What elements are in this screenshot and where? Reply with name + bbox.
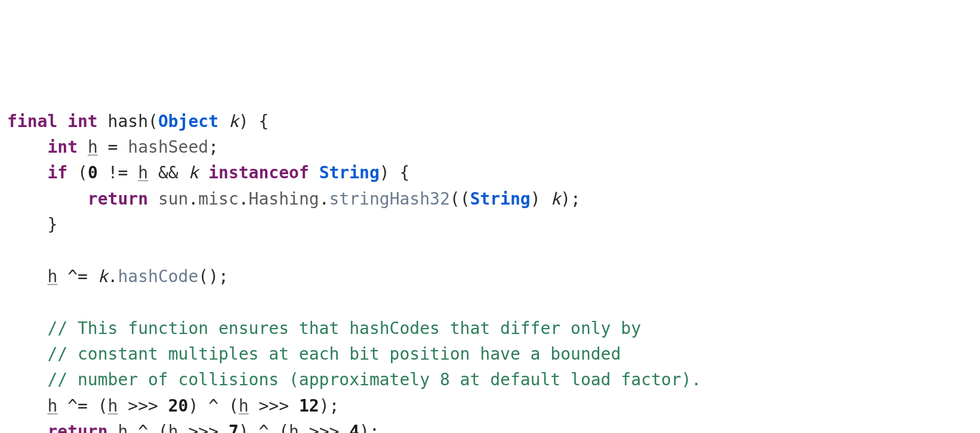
type-string: String	[319, 163, 380, 183]
op-mid: ) ^ (	[239, 422, 289, 433]
rparen-brace: ) {	[380, 163, 410, 183]
sp	[309, 163, 319, 183]
kw-return: return	[88, 189, 148, 209]
op-xor-eq: ^=	[57, 267, 97, 286]
line-3: if (0 != h && k instanceof String) {	[7, 163, 409, 183]
kw-final: final	[7, 112, 57, 131]
ident-hashseed: hashSeed	[128, 137, 208, 157]
pkg-sun: sun	[158, 189, 189, 209]
kw-int: int	[67, 112, 98, 131]
op-and: &&	[148, 163, 188, 183]
kw-if: if	[47, 163, 67, 183]
rparen-brace: ) {	[239, 112, 269, 131]
var-h: h	[108, 396, 118, 416]
op-shift: >>>	[178, 422, 229, 433]
indent	[7, 422, 47, 433]
op-mid: ^ (	[128, 422, 168, 433]
comment-3: // number of collisions (approximately 8…	[47, 370, 701, 389]
var-h: h	[88, 137, 98, 157]
method-hashcode: hashCode	[118, 267, 198, 286]
sp	[108, 422, 118, 433]
rbrace: }	[47, 215, 57, 234]
param-k: k	[229, 112, 239, 131]
code-snippet: final int hash(Object k) { int h = hashS…	[7, 109, 973, 433]
var-h: h	[239, 396, 249, 416]
indent	[7, 163, 47, 183]
var-h: h	[118, 422, 128, 433]
sp	[198, 163, 208, 183]
kw-instanceof: instanceof	[208, 163, 309, 183]
method-stringhash32: stringHash32	[329, 189, 449, 209]
dot: .	[108, 267, 118, 286]
line-12: h ^= (h >>> 20) ^ (h >>> 12);	[7, 396, 339, 416]
num-4: 4	[349, 422, 359, 433]
rparen-semi: );	[560, 189, 581, 209]
comment-1: // This function ensures that hashCodes …	[47, 318, 641, 338]
indent	[7, 396, 47, 416]
param-k: k	[550, 189, 560, 209]
dot: .	[319, 189, 329, 209]
num-12: 12	[299, 396, 319, 416]
param-k: k	[188, 163, 198, 183]
num-20: 20	[168, 396, 189, 416]
var-h: h	[47, 396, 57, 416]
cls-hashing: Hashing	[249, 189, 319, 209]
indent	[7, 318, 47, 338]
dot: .	[188, 189, 198, 209]
semi: ;	[208, 137, 218, 157]
pkg-misc: misc	[198, 189, 238, 209]
lparen: ((	[450, 189, 470, 209]
line-10: // constant multiples at each bit positi…	[7, 344, 621, 364]
parens-semi: ();	[198, 267, 229, 286]
param-k: k	[98, 267, 108, 286]
line-2: int h = hashSeed;	[7, 137, 218, 157]
line-9: // This function ensures that hashCodes …	[7, 318, 641, 338]
indent	[7, 267, 47, 286]
line-11: // number of collisions (approximately 8…	[7, 370, 701, 389]
type-string: String	[470, 189, 531, 209]
num-0: 0	[88, 163, 98, 183]
indent	[7, 370, 47, 389]
op-mid: ) ^ (	[188, 396, 238, 416]
lparen: (	[67, 163, 88, 183]
indent	[7, 137, 47, 157]
num-7: 7	[229, 422, 239, 433]
var-h: h	[168, 422, 178, 433]
line-1: final int hash(Object k) {	[7, 112, 269, 131]
end: );	[319, 396, 340, 416]
fn-name: hash	[108, 112, 148, 131]
dot: .	[239, 189, 249, 209]
indent	[7, 344, 47, 364]
op-shift: >>>	[249, 396, 299, 416]
line-13: return h ^ (h >>> 7) ^ (h >>> 4);	[7, 422, 380, 433]
kw-return: return	[47, 422, 107, 433]
comment-2: // constant multiples at each bit positi…	[47, 344, 621, 364]
sp	[148, 189, 158, 209]
rparen-sp: )	[531, 189, 551, 209]
kw-int: int	[47, 137, 78, 157]
indent	[7, 215, 47, 234]
var-h: h	[47, 267, 57, 286]
line-5: }	[7, 215, 57, 234]
eq: =	[98, 137, 128, 157]
type-object: Object	[158, 112, 218, 131]
var-h: h	[289, 422, 299, 433]
var-h: h	[138, 163, 148, 183]
lparen: (	[148, 112, 158, 131]
op-neq: !=	[98, 163, 138, 183]
line-4: return sun.misc.Hashing.stringHash32((St…	[7, 189, 581, 209]
end: );	[359, 422, 380, 433]
op-xor-eq-lparen: ^= (	[57, 396, 107, 416]
op-shift: >>>	[118, 396, 168, 416]
indent	[7, 189, 88, 209]
op-shift: >>>	[299, 422, 349, 433]
line-7: h ^= k.hashCode();	[7, 267, 229, 286]
